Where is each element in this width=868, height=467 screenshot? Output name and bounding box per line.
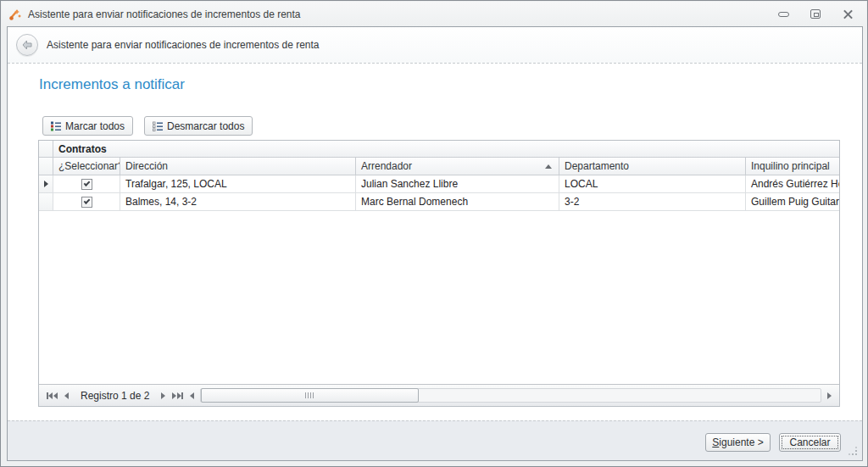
previous-record-button[interactable] <box>61 388 72 403</box>
scrollbar-grip-icon <box>305 392 314 398</box>
first-record-button[interactable] <box>43 388 61 403</box>
wizard-header: Asistente para enviar notificaciones de … <box>8 27 862 64</box>
cell-departamento[interactable]: LOCAL <box>559 175 746 192</box>
maximize-icon <box>810 9 821 19</box>
column-header-arrendador-label: Arrendador <box>361 160 412 172</box>
column-header-arrendador[interactable]: Arrendador <box>356 158 559 175</box>
next-button-accel: S <box>712 436 719 448</box>
record-status: Registro 1 de 2 <box>72 390 158 402</box>
next-button-label: iguiente > <box>719 436 763 448</box>
next-record-icon <box>161 392 165 399</box>
sort-ascending-icon <box>545 164 552 169</box>
select-cell <box>53 193 120 210</box>
page-title: Incrementos a notificar <box>39 76 185 93</box>
row-indicator-cell <box>39 175 53 192</box>
last-record-icon-arrows <box>172 392 181 399</box>
footer-bar: Siguiente > Cancelar <box>8 420 862 460</box>
scroll-left-icon <box>190 392 194 399</box>
back-arrow-icon <box>21 40 33 50</box>
cell-arrendador[interactable]: Marc Bernal Domenech <box>356 193 559 210</box>
toolbar: Marcar todos Desmarcar todos <box>42 116 253 136</box>
wizard-header-title: Asistente para enviar notificaciones de … <box>47 39 320 51</box>
resize-grip-icon[interactable] <box>848 446 858 456</box>
last-record-icon <box>181 392 183 399</box>
column-header-seleccionar[interactable]: ¿Seleccionar? <box>53 158 120 175</box>
wizard-panel: Asistente para enviar notificaciones de … <box>7 26 863 461</box>
row-checkbox-checked[interactable] <box>81 197 92 208</box>
cancel-button[interactable]: Cancelar <box>779 433 841 452</box>
window-controls <box>775 2 856 26</box>
indicator-header-cell <box>39 158 53 175</box>
grid-corner-cell <box>39 141 53 157</box>
minimize-button[interactable] <box>775 6 792 23</box>
group-header-contratos[interactable]: Contratos <box>53 141 839 157</box>
cell-direccion[interactable]: Trafalgar, 125, LOCAL <box>120 175 356 192</box>
grid-header-row: ¿Seleccionar? Dirección Arrendador Depar… <box>39 158 839 175</box>
uncheck-all-label: Desmarcar todos <box>167 120 244 132</box>
cell-inquilino[interactable]: Andrés Gutiérrez Here <box>746 175 839 192</box>
minimize-icon <box>778 12 789 17</box>
back-button[interactable] <box>16 34 38 56</box>
scroll-right-icon <box>827 392 832 399</box>
column-header-inquilino[interactable]: Inquilino principal <box>746 158 839 175</box>
close-icon <box>843 9 853 19</box>
cell-direccion[interactable]: Balmes, 14, 3-2 <box>120 193 356 210</box>
current-row-arrow-icon <box>44 181 48 187</box>
unchecked-list-icon <box>153 121 163 131</box>
check-all-label: Marcar todos <box>65 120 125 132</box>
scroll-right-button[interactable] <box>824 388 835 403</box>
select-cell <box>53 175 120 192</box>
check-mark-icon <box>83 197 90 204</box>
row-indicator-cell <box>39 193 53 210</box>
cell-arrendador[interactable]: Julian Sanchez Llibre <box>356 175 559 192</box>
scrollbar-thumb[interactable] <box>201 388 419 403</box>
grid-group-band-row: Contratos <box>39 141 839 158</box>
table-row[interactable]: Trafalgar, 125, LOCAL Julian Sanchez Lli… <box>39 175 839 193</box>
cell-departamento[interactable]: 3-2 <box>559 193 746 210</box>
check-mark-icon <box>83 180 90 186</box>
checked-list-icon <box>51 121 61 131</box>
check-all-button[interactable]: Marcar todos <box>42 116 133 136</box>
next-button[interactable]: Siguiente > <box>705 433 771 452</box>
row-checkbox-checked[interactable] <box>81 179 92 190</box>
column-header-direccion[interactable]: Dirección <box>120 158 356 175</box>
column-header-departamento[interactable]: Departamento <box>559 158 746 175</box>
title-bar: Asistente para enviar notificaciones de … <box>2 2 866 26</box>
scroll-left-button[interactable] <box>186 388 198 403</box>
record-navigator: Registro 1 de 2 <box>39 384 839 406</box>
contracts-grid: Contratos ¿Seleccionar? Dirección Arrend… <box>38 140 840 407</box>
window-title: Asistente para enviar notificaciones de … <box>28 8 301 20</box>
maximize-button[interactable] <box>807 6 824 23</box>
close-button[interactable] <box>839 6 856 23</box>
first-record-icon-arrows <box>48 392 58 399</box>
last-record-button[interactable] <box>169 388 186 403</box>
wizard-app-icon <box>8 8 22 21</box>
horizontal-scrollbar[interactable] <box>200 388 821 403</box>
table-row[interactable]: Balmes, 14, 3-2 Marc Bernal Domenech 3-2… <box>39 193 839 211</box>
next-record-button[interactable] <box>158 388 169 403</box>
uncheck-all-button[interactable]: Desmarcar todos <box>144 116 253 136</box>
previous-record-icon <box>64 392 69 399</box>
cell-inquilino[interactable]: Guillem Puig Guitart <box>746 193 839 210</box>
wizard-window: Asistente para enviar notificaciones de … <box>0 0 868 467</box>
